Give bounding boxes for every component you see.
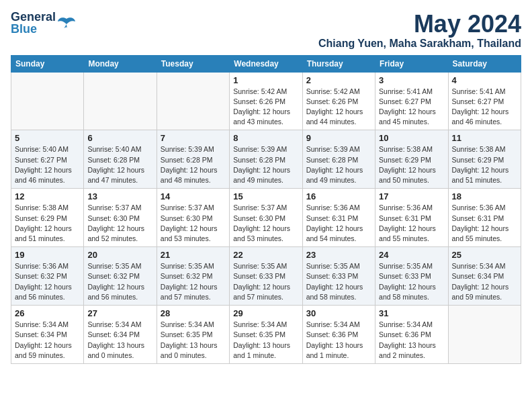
weekday-header-saturday: Saturday xyxy=(448,55,521,72)
calendar-day-cell: 4Sunrise: 5:41 AM Sunset: 6:27 PM Daylig… xyxy=(448,72,521,130)
calendar-day-cell: 26Sunrise: 5:34 AM Sunset: 6:34 PM Dayli… xyxy=(11,306,84,364)
calendar-week-row: 26Sunrise: 5:34 AM Sunset: 6:34 PM Dayli… xyxy=(11,306,521,364)
day-number: 5 xyxy=(15,133,80,143)
day-number: 9 xyxy=(306,133,371,143)
weekday-header-row: SundayMondayTuesdayWednesdayThursdayFrid… xyxy=(11,55,521,72)
day-number: 15 xyxy=(233,191,298,201)
day-number: 14 xyxy=(161,191,226,201)
calendar-day-cell: 21Sunrise: 5:35 AM Sunset: 6:32 PM Dayli… xyxy=(157,247,229,306)
day-number: 22 xyxy=(233,250,298,260)
day-info: Sunrise: 5:36 AM Sunset: 6:31 PM Dayligh… xyxy=(306,203,371,244)
day-info: Sunrise: 5:35 AM Sunset: 6:32 PM Dayligh… xyxy=(87,261,152,302)
logo-blue: Blue xyxy=(11,23,56,35)
calendar-day-cell: 16Sunrise: 5:36 AM Sunset: 6:31 PM Dayli… xyxy=(302,189,375,247)
day-info: Sunrise: 5:39 AM Sunset: 6:28 PM Dayligh… xyxy=(233,144,298,185)
day-info: Sunrise: 5:35 AM Sunset: 6:33 PM Dayligh… xyxy=(233,261,298,302)
day-number: 17 xyxy=(379,191,444,201)
calendar-day-cell: 25Sunrise: 5:34 AM Sunset: 6:34 PM Dayli… xyxy=(448,247,521,306)
day-number: 4 xyxy=(452,75,517,85)
calendar-day-cell: 12Sunrise: 5:38 AM Sunset: 6:29 PM Dayli… xyxy=(11,189,84,247)
calendar-day-cell xyxy=(157,72,229,130)
title-block: May 2024 Chiang Yuen, Maha Sarakham, Tha… xyxy=(318,11,521,50)
day-number: 27 xyxy=(87,308,152,318)
calendar-day-cell: 24Sunrise: 5:35 AM Sunset: 6:33 PM Dayli… xyxy=(375,247,448,306)
calendar-day-cell xyxy=(11,72,84,130)
calendar-day-cell: 9Sunrise: 5:39 AM Sunset: 6:28 PM Daylig… xyxy=(302,130,375,189)
day-info: Sunrise: 5:37 AM Sunset: 6:30 PM Dayligh… xyxy=(233,203,298,244)
day-number: 11 xyxy=(452,133,517,143)
day-info: Sunrise: 5:34 AM Sunset: 6:35 PM Dayligh… xyxy=(233,320,298,361)
day-number: 29 xyxy=(233,308,298,318)
day-info: Sunrise: 5:36 AM Sunset: 6:31 PM Dayligh… xyxy=(379,203,444,244)
day-info: Sunrise: 5:34 AM Sunset: 6:34 PM Dayligh… xyxy=(15,320,80,361)
calendar-day-cell: 3Sunrise: 5:41 AM Sunset: 6:27 PM Daylig… xyxy=(375,72,448,130)
day-info: Sunrise: 5:34 AM Sunset: 6:36 PM Dayligh… xyxy=(379,320,444,361)
day-info: Sunrise: 5:34 AM Sunset: 6:34 PM Dayligh… xyxy=(87,320,152,361)
calendar-day-cell: 11Sunrise: 5:38 AM Sunset: 6:29 PM Dayli… xyxy=(448,130,521,189)
day-number: 2 xyxy=(306,75,371,85)
calendar-week-row: 5Sunrise: 5:40 AM Sunset: 6:27 PM Daylig… xyxy=(11,130,521,189)
calendar-day-cell: 29Sunrise: 5:34 AM Sunset: 6:35 PM Dayli… xyxy=(230,306,302,364)
day-number: 30 xyxy=(306,308,371,318)
day-number: 8 xyxy=(233,133,298,143)
weekday-header-thursday: Thursday xyxy=(302,55,375,72)
calendar-day-cell: 8Sunrise: 5:39 AM Sunset: 6:28 PM Daylig… xyxy=(230,130,302,189)
day-info: Sunrise: 5:34 AM Sunset: 6:36 PM Dayligh… xyxy=(306,320,371,361)
page-header: General Blue May 2024 Chiang Yuen, Maha … xyxy=(11,11,521,50)
calendar-day-cell: 1Sunrise: 5:42 AM Sunset: 6:26 PM Daylig… xyxy=(230,72,302,130)
calendar-day-cell: 5Sunrise: 5:40 AM Sunset: 6:27 PM Daylig… xyxy=(11,130,84,189)
day-info: Sunrise: 5:41 AM Sunset: 6:27 PM Dayligh… xyxy=(452,87,517,128)
day-info: Sunrise: 5:42 AM Sunset: 6:26 PM Dayligh… xyxy=(233,87,298,128)
calendar-day-cell: 31Sunrise: 5:34 AM Sunset: 6:36 PM Dayli… xyxy=(375,306,448,364)
day-number: 3 xyxy=(379,75,444,85)
day-number: 6 xyxy=(87,133,152,143)
day-number: 1 xyxy=(233,75,298,85)
calendar-day-cell: 20Sunrise: 5:35 AM Sunset: 6:32 PM Dayli… xyxy=(84,247,157,306)
weekday-header-monday: Monday xyxy=(84,55,157,72)
calendar-day-cell xyxy=(84,72,157,130)
weekday-header-tuesday: Tuesday xyxy=(157,55,229,72)
day-info: Sunrise: 5:37 AM Sunset: 6:30 PM Dayligh… xyxy=(87,203,152,244)
day-info: Sunrise: 5:37 AM Sunset: 6:30 PM Dayligh… xyxy=(161,203,226,244)
calendar-day-cell: 7Sunrise: 5:39 AM Sunset: 6:28 PM Daylig… xyxy=(157,130,229,189)
day-number: 24 xyxy=(379,250,444,260)
day-number: 16 xyxy=(306,191,371,201)
day-info: Sunrise: 5:38 AM Sunset: 6:29 PM Dayligh… xyxy=(452,144,517,185)
calendar-week-row: 12Sunrise: 5:38 AM Sunset: 6:29 PM Dayli… xyxy=(11,189,521,247)
day-number: 12 xyxy=(15,191,80,201)
calendar-day-cell: 27Sunrise: 5:34 AM Sunset: 6:34 PM Dayli… xyxy=(84,306,157,364)
day-info: Sunrise: 5:34 AM Sunset: 6:35 PM Dayligh… xyxy=(161,320,226,361)
logo-general: General xyxy=(11,11,56,23)
day-number: 21 xyxy=(161,250,226,260)
logo-bird-icon xyxy=(57,16,76,30)
day-info: Sunrise: 5:41 AM Sunset: 6:27 PM Dayligh… xyxy=(379,87,444,128)
day-number: 18 xyxy=(452,191,517,201)
calendar-week-row: 19Sunrise: 5:36 AM Sunset: 6:32 PM Dayli… xyxy=(11,247,521,306)
day-number: 23 xyxy=(306,250,371,260)
calendar-day-cell: 6Sunrise: 5:40 AM Sunset: 6:28 PM Daylig… xyxy=(84,130,157,189)
day-info: Sunrise: 5:38 AM Sunset: 6:29 PM Dayligh… xyxy=(379,144,444,185)
day-info: Sunrise: 5:39 AM Sunset: 6:28 PM Dayligh… xyxy=(306,144,371,185)
day-number: 7 xyxy=(161,133,226,143)
day-number: 13 xyxy=(87,191,152,201)
day-number: 31 xyxy=(379,308,444,318)
day-info: Sunrise: 5:35 AM Sunset: 6:32 PM Dayligh… xyxy=(161,261,226,302)
calendar-day-cell: 23Sunrise: 5:35 AM Sunset: 6:33 PM Dayli… xyxy=(302,247,375,306)
day-number: 28 xyxy=(161,308,226,318)
weekday-header-sunday: Sunday xyxy=(11,55,84,72)
day-info: Sunrise: 5:35 AM Sunset: 6:33 PM Dayligh… xyxy=(379,261,444,302)
day-info: Sunrise: 5:42 AM Sunset: 6:26 PM Dayligh… xyxy=(306,87,371,128)
calendar-day-cell: 13Sunrise: 5:37 AM Sunset: 6:30 PM Dayli… xyxy=(84,189,157,247)
calendar-day-cell: 14Sunrise: 5:37 AM Sunset: 6:30 PM Dayli… xyxy=(157,189,229,247)
calendar-table: SundayMondayTuesdayWednesdayThursdayFrid… xyxy=(11,55,521,364)
calendar-day-cell: 30Sunrise: 5:34 AM Sunset: 6:36 PM Dayli… xyxy=(302,306,375,364)
calendar-day-cell: 22Sunrise: 5:35 AM Sunset: 6:33 PM Dayli… xyxy=(230,247,302,306)
weekday-header-friday: Friday xyxy=(375,55,448,72)
calendar-day-cell: 28Sunrise: 5:34 AM Sunset: 6:35 PM Dayli… xyxy=(157,306,229,364)
day-number: 26 xyxy=(15,308,80,318)
day-info: Sunrise: 5:36 AM Sunset: 6:31 PM Dayligh… xyxy=(452,203,517,244)
calendar-day-cell: 17Sunrise: 5:36 AM Sunset: 6:31 PM Dayli… xyxy=(375,189,448,247)
day-info: Sunrise: 5:40 AM Sunset: 6:27 PM Dayligh… xyxy=(15,144,80,185)
calendar-day-cell: 10Sunrise: 5:38 AM Sunset: 6:29 PM Dayli… xyxy=(375,130,448,189)
day-number: 10 xyxy=(379,133,444,143)
